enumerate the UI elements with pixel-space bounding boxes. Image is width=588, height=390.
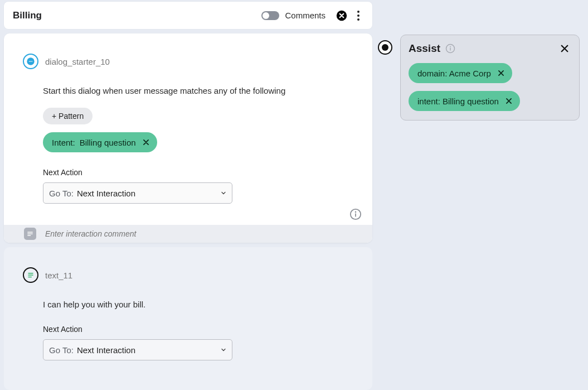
assist-info-button[interactable]	[445, 43, 456, 54]
close-icon	[142, 138, 150, 146]
comment-icon	[24, 228, 36, 240]
comments-toggle-wrap: Comments	[261, 11, 325, 20]
text-content: I can help you with your bill.	[43, 300, 333, 309]
comments-label: Comments	[285, 11, 325, 20]
next-action-label: Next Action	[43, 168, 333, 177]
chip-label: domain: Acme Corp	[417, 69, 491, 78]
starter-instruction: Start this dialog when user message matc…	[43, 86, 333, 95]
remove-intent-button[interactable]	[140, 137, 152, 148]
select-value: Next Interaction	[77, 345, 135, 355]
svg-point-2	[357, 15, 359, 17]
next-action-select[interactable]: Go To: Next Interaction	[43, 182, 232, 204]
add-pattern-label: + Pattern	[52, 112, 84, 121]
close-icon	[505, 97, 513, 105]
comment-input[interactable]	[44, 229, 372, 239]
svg-point-7	[31, 61, 32, 62]
card-name: text_11	[45, 271, 72, 280]
intent-value: Billing question	[80, 138, 136, 147]
svg-point-18	[450, 46, 451, 47]
svg-rect-11	[27, 232, 32, 233]
svg-rect-16	[28, 277, 32, 277]
svg-rect-14	[28, 273, 33, 273]
svg-point-5	[29, 61, 30, 62]
info-icon	[349, 208, 362, 220]
card-header: dialog_starter_10	[4, 33, 372, 69]
more-menu-button[interactable]	[353, 9, 363, 22]
card-header: text_11	[4, 247, 372, 283]
svg-rect-12	[27, 233, 32, 234]
card-info-button[interactable]	[349, 208, 362, 221]
dialog-header: Billing Comments	[4, 2, 372, 29]
assist-title: Assist	[409, 42, 440, 55]
assist-chip-domain[interactable]: domain: Acme Corp	[409, 63, 512, 83]
dialog-title: Billing	[13, 10, 261, 21]
assist-chip-intent[interactable]: intent: Billing question	[409, 91, 520, 111]
svg-point-6	[30, 61, 31, 62]
remove-chip-button[interactable]	[495, 68, 507, 79]
intent-chip[interactable]: Intent: Billing question	[43, 132, 157, 152]
svg-point-1	[357, 11, 359, 13]
close-dialog-button[interactable]	[336, 9, 348, 22]
svg-rect-19	[450, 48, 451, 51]
select-value: Next Interaction	[77, 189, 135, 198]
select-prefix: Go To:	[49, 189, 74, 198]
info-icon	[445, 44, 455, 54]
next-action-label: Next Action	[43, 325, 333, 334]
text-lines-icon	[26, 271, 35, 280]
dialog-starter-icon	[23, 54, 38, 69]
assist-panel: Assist domain: Acme Corp intent: Bil	[400, 35, 580, 121]
svg-rect-10	[355, 213, 356, 216]
comment-strip	[4, 225, 372, 243]
select-prefix: Go To:	[49, 345, 74, 355]
chip-label: intent: Billing question	[417, 97, 499, 106]
remove-chip-button[interactable]	[503, 95, 514, 107]
chevron-down-icon	[220, 189, 227, 197]
svg-point-9	[355, 211, 357, 213]
intent-key: Intent:	[52, 138, 75, 147]
chevron-down-icon	[220, 346, 227, 354]
close-icon	[497, 69, 505, 77]
svg-rect-13	[27, 235, 31, 235]
svg-rect-15	[28, 275, 33, 275]
close-circle-icon	[336, 10, 347, 21]
close-icon	[560, 44, 570, 54]
add-pattern-button[interactable]: + Pattern	[43, 108, 93, 124]
assist-close-button[interactable]	[558, 42, 571, 55]
card-name: dialog_starter_10	[45, 57, 110, 66]
comments-toggle[interactable]	[261, 11, 279, 20]
connector-port[interactable]	[378, 40, 392, 55]
chat-circle-icon	[26, 57, 35, 66]
next-action-select[interactable]: Go To: Next Interaction	[43, 339, 232, 360]
more-vertical-icon	[357, 11, 359, 21]
text-interaction-icon	[23, 267, 38, 283]
svg-point-3	[357, 18, 359, 21]
dialog-starter-card: dialog_starter_10 Start this dialog when…	[4, 33, 372, 243]
text-interaction-card[interactable]: text_11 I can help you with your bill. N…	[4, 247, 372, 390]
